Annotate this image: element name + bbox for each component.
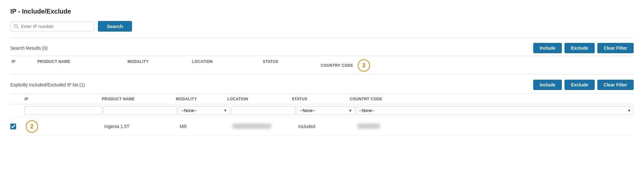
- badge-2: 2: [26, 120, 38, 133]
- bottom-header-status: STATUS: [292, 97, 350, 101]
- explicit-label: Explicitly Included/Excluded IP list (1): [10, 82, 85, 87]
- badge-3: 3: [358, 59, 370, 72]
- top-header-modality: MODALITY: [128, 59, 192, 72]
- filter-country-code-wrapper: --None-- ▼: [356, 106, 634, 115]
- filter-modality-select[interactable]: --None--: [178, 106, 230, 115]
- filter-status-select[interactable]: --None--: [297, 106, 355, 115]
- filter-status-wrapper: --None-- ▼: [297, 106, 355, 115]
- search-input-wrapper: [10, 22, 94, 31]
- table-row: 2 Ingenia 1.5T MR Included: [10, 117, 634, 135]
- country-code-blurred: [357, 124, 380, 129]
- svg-line-1: [17, 27, 19, 28]
- top-exclude-button[interactable]: Exclude: [564, 43, 595, 53]
- bottom-table-header: IP PRODUCT NAME MODALITY LOCATION STATUS…: [10, 93, 634, 104]
- product-name-cell: Ingenia 1.5T: [103, 124, 177, 129]
- explicit-section-header: Explicitly Included/Excluded IP list (1)…: [10, 80, 634, 90]
- bottom-include-button[interactable]: Include: [533, 80, 562, 90]
- bottom-action-buttons: Include Exclude Clear Filter: [533, 80, 634, 90]
- search-input[interactable]: [21, 24, 90, 29]
- filter-row: --None-- ▼ --None-- ▼ --None-- ▼: [10, 104, 634, 117]
- filter-location-input[interactable]: [231, 106, 296, 115]
- top-clear-filter-button[interactable]: Clear Filter: [597, 43, 634, 53]
- checkbox-cell: [10, 124, 23, 129]
- top-header-country-code: COUNTRY CODE 3: [321, 59, 607, 72]
- page-title: IP - Include/Exclude: [10, 8, 634, 15]
- search-button[interactable]: Search: [98, 21, 132, 32]
- top-header-ip: IP: [12, 59, 37, 72]
- row-checkbox[interactable]: [10, 124, 16, 129]
- page-container: IP - Include/Exclude Search Search Resul…: [0, 0, 644, 143]
- filter-product-name-input[interactable]: [103, 106, 177, 115]
- bottom-header-modality: MODALITY: [176, 97, 227, 101]
- filter-modality-wrapper: --None-- ▼: [178, 106, 230, 115]
- filter-country-code-select[interactable]: --None--: [356, 106, 634, 115]
- top-header-status: STATUS: [263, 59, 321, 72]
- filter-ip-input[interactable]: [24, 106, 102, 115]
- top-header-location: LOCATION: [192, 59, 263, 72]
- search-row: Search: [10, 21, 634, 32]
- top-include-button[interactable]: Include: [533, 43, 562, 53]
- top-table-header: IP PRODUCT NAME MODALITY LOCATION STATUS…: [10, 56, 634, 75]
- location-blurred: [232, 124, 271, 129]
- country-code-cell: [356, 124, 634, 130]
- divider-top: [10, 38, 634, 38]
- bottom-header-ip: IP: [24, 97, 102, 101]
- status-cell: Included: [297, 124, 355, 129]
- top-header-product-name: PRODUCT NAME: [37, 59, 128, 72]
- ip-cell: 2: [24, 120, 102, 133]
- modality-cell: MR: [178, 124, 230, 129]
- search-icon: [14, 24, 19, 29]
- bottom-exclude-button[interactable]: Exclude: [564, 80, 595, 90]
- search-results-header: Search Results (0) Include Exclude Clear…: [10, 43, 634, 53]
- bottom-header-country-code: COUNTRY CODE: [350, 97, 632, 101]
- search-results-label: Search Results (0): [10, 45, 48, 51]
- bottom-header-location: LOCATION: [227, 97, 292, 101]
- top-action-buttons: Include Exclude Clear Filter: [533, 43, 634, 53]
- bottom-header-product-name: PRODUCT NAME: [102, 97, 176, 101]
- bottom-clear-filter-button[interactable]: Clear Filter: [597, 80, 634, 90]
- location-cell: [231, 124, 296, 130]
